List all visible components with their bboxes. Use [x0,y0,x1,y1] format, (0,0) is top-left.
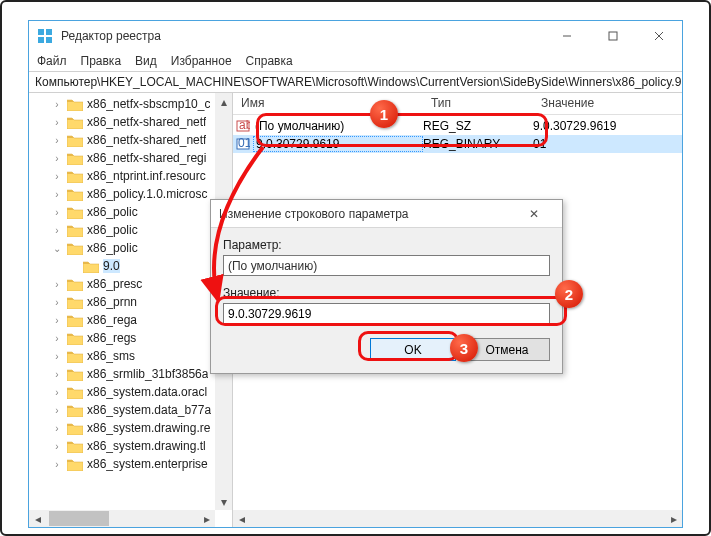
svg-rect-5 [609,32,617,40]
tree-item-label: x86_ntprint.inf.resourc [87,169,206,183]
value-type: REG_BINARY [423,137,533,151]
tree-item[interactable]: 9.0 [29,257,232,275]
tree-item-label: x86_netfx-shared_regi [87,151,206,165]
tree-item[interactable]: ›x86_system.enterprise [29,455,232,473]
tree-item[interactable]: ›x86_polic [29,221,232,239]
tree-item[interactable]: ›x86_system.data_b77a [29,401,232,419]
expand-icon[interactable]: › [51,207,63,218]
expand-icon[interactable]: › [51,441,63,452]
menu-file[interactable]: Файл [37,54,67,68]
expand-icon[interactable]: › [51,351,63,362]
tree-item[interactable]: ›x86_ntprint.inf.resourc [29,167,232,185]
tree-item[interactable]: ›x86_netfx-shared_regi [29,149,232,167]
callout-number-1: 1 [370,100,398,128]
scroll-thumb[interactable] [49,511,109,526]
expand-icon[interactable]: › [51,333,63,344]
list-scrollbar-horizontal[interactable]: ◂ ▸ [233,510,682,527]
folder-icon [67,134,83,147]
tree-item-label: x86_rega [87,313,137,327]
menu-help[interactable]: Справка [246,54,293,68]
expand-icon[interactable]: › [51,189,63,200]
folder-icon [83,260,99,273]
scroll-right-icon[interactable]: ▸ [198,510,215,527]
tree-item-label: x86_system.drawing.re [87,421,210,435]
expand-icon[interactable]: ⌄ [51,243,63,254]
expand-icon[interactable]: › [51,99,63,110]
expand-icon[interactable]: › [51,387,63,398]
tree-item[interactable]: ›x86_policy.1.0.microsc [29,185,232,203]
folder-icon [67,296,83,309]
scroll-left-icon[interactable]: ◂ [233,510,250,527]
tree-item[interactable]: ›x86_netfx-sbscmp10_c [29,95,232,113]
tree-item[interactable]: ›x86_system.drawing.re [29,419,232,437]
expand-icon[interactable]: › [51,297,63,308]
tree-item[interactable]: ›x86_netfx-shared_netf [29,113,232,131]
svg-rect-1 [46,29,52,35]
expand-icon[interactable]: › [51,315,63,326]
tree-item-label: x86_srmlib_31bf3856a [87,367,208,381]
tree-item[interactable]: ›x86_rega [29,311,232,329]
expand-icon[interactable]: › [51,279,63,290]
minimize-button[interactable] [544,21,590,51]
address-bar[interactable]: Компьютер\HKEY_LOCAL_MACHINE\SOFTWARE\Mi… [29,71,682,93]
tree-item-label: x86_system.data.oracl [87,385,207,399]
titlebar[interactable]: Редактор реестра [29,21,682,51]
ok-button[interactable]: OK [370,338,456,361]
folder-icon [67,116,83,129]
menu-edit[interactable]: Правка [81,54,122,68]
folder-icon [67,368,83,381]
callout-number-3: 3 [450,334,478,362]
svg-rect-2 [38,37,44,43]
scroll-left-icon[interactable]: ◂ [29,510,46,527]
tree-item-label: x86_polic [87,223,138,237]
tree-item[interactable]: ›x86_regs [29,329,232,347]
value-field[interactable] [223,303,550,324]
tree-item[interactable]: ›x86_sms [29,347,232,365]
menu-favorites[interactable]: Избранное [171,54,232,68]
tree-item-label: x86_system.enterprise [87,457,208,471]
expand-icon[interactable]: › [51,117,63,128]
tree-item[interactable]: ›x86_system.drawing.tl [29,437,232,455]
param-label: Параметр: [223,238,550,252]
expand-icon[interactable]: › [51,225,63,236]
scroll-up-icon[interactable]: ▴ [215,93,232,110]
tree-item[interactable]: ›x86_system.data.oracl [29,383,232,401]
column-type[interactable]: Тип [423,93,533,114]
list-row[interactable]: ab(По умолчанию)REG_SZ9.0.30729.9619 [233,117,682,135]
dialog-close-icon[interactable]: ✕ [514,207,554,221]
column-value[interactable]: Значение [533,93,682,114]
param-name-field[interactable] [223,255,550,276]
svg-text:ab: ab [239,119,250,132]
scroll-right-icon[interactable]: ▸ [665,510,682,527]
tree-item[interactable]: ›x86_srmlib_31bf3856a [29,365,232,383]
folder-icon [67,170,83,183]
expand-icon[interactable]: › [51,171,63,182]
expand-icon[interactable]: › [51,135,63,146]
expand-icon[interactable]: › [51,153,63,164]
tree-item[interactable]: ⌄x86_polic [29,239,232,257]
tree-item[interactable]: ›x86_netfx-shared_netf [29,131,232,149]
tree-item-label: x86_regs [87,331,136,345]
maximize-button[interactable] [590,21,636,51]
expand-icon[interactable]: › [51,459,63,470]
folder-icon [67,224,83,237]
dialog-titlebar[interactable]: Изменение строкового параметра ✕ [211,200,562,228]
tree-item-label: x86_presc [87,277,142,291]
binary-value-icon: 011 [233,137,253,151]
tree-item[interactable]: ›x86_prnn [29,293,232,311]
tree-scrollbar-horizontal[interactable]: ◂ ▸ [29,510,215,527]
scroll-down-icon[interactable]: ▾ [215,493,232,510]
folder-icon [67,350,83,363]
tree-item-label: x86_prnn [87,295,137,309]
expand-icon[interactable]: › [51,369,63,380]
tree-pane[interactable]: ›x86_netfx-sbscmp10_c›x86_netfx-shared_n… [29,93,233,527]
tree-item[interactable]: ›x86_polic [29,203,232,221]
menu-view[interactable]: Вид [135,54,157,68]
close-button[interactable] [636,21,682,51]
tree-item[interactable]: ›x86_presc [29,275,232,293]
tree-item-label: x86_polic [87,205,138,219]
expand-icon[interactable]: › [51,423,63,434]
dialog-title: Изменение строкового параметра [219,207,514,221]
list-row[interactable]: 0119.0.30729.9619REG_BINARY01 [233,135,682,153]
expand-icon[interactable]: › [51,405,63,416]
